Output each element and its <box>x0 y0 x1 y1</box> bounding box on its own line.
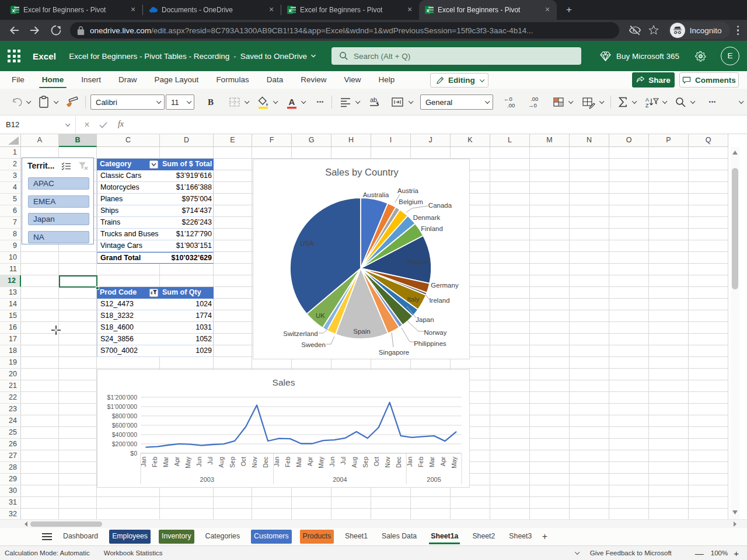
sheet-tab-products[interactable]: Products <box>300 530 334 544</box>
format-as-table-icon[interactable] <box>551 94 566 110</box>
comments-button[interactable]: Comments <box>679 72 739 88</box>
row-header-21[interactable]: 21 <box>0 380 21 392</box>
ribbon-tab-formulas[interactable]: Formulas <box>207 71 257 89</box>
saved-status[interactable]: Saved to OneDrive <box>240 52 316 61</box>
row-header-17[interactable]: 17 <box>0 334 21 345</box>
bookmark-star-icon[interactable] <box>647 24 660 37</box>
pivot-data-row[interactable]: S700_40021029 <box>97 345 214 357</box>
chevron-down-icon[interactable] <box>598 94 605 110</box>
row-header-12[interactable]: 12 <box>0 275 21 287</box>
share-button[interactable]: Share <box>632 72 675 88</box>
sheet-tab-categories[interactable]: Categories <box>203 530 243 544</box>
spreadsheet-grid[interactable]: ABCDEFGHIJKLMNOPQ 1234567891011121314151… <box>0 134 747 519</box>
row-header-4[interactable]: 4 <box>0 182 21 194</box>
column-headers[interactable]: ABCDEFGHIJKLMNOPQ <box>0 134 728 147</box>
column-header-Q[interactable]: Q <box>689 134 728 147</box>
borders-icon[interactable] <box>228 94 242 110</box>
ribbon-tab-file[interactable]: File <box>3 71 33 89</box>
sheet-tab-employees[interactable]: Employees <box>109 530 151 544</box>
enter-check-icon[interactable] <box>97 118 110 131</box>
column-header-B[interactable]: B <box>59 134 97 147</box>
pivot-data-row[interactable]: S18_32321774 <box>97 310 214 322</box>
pivot-data-row[interactable]: Planes$975’004 <box>97 194 214 205</box>
vertical-scrollbar[interactable] <box>731 147 739 519</box>
pivot-data-row[interactable]: Classic Cars$3’919’616 <box>97 170 214 182</box>
app-name[interactable]: Excel <box>33 51 56 61</box>
row-header-19[interactable]: 19 <box>0 357 21 369</box>
search-input[interactable]: Search (Alt + Q) <box>331 47 581 65</box>
row-header-8[interactable]: 8 <box>0 229 21 240</box>
scroll-up-icon[interactable] <box>731 149 739 156</box>
chevron-down-icon[interactable] <box>25 94 32 110</box>
slicer-multiselect-icon[interactable] <box>61 162 71 170</box>
number-format-select[interactable]: General <box>420 94 493 110</box>
row-header-7[interactable]: 7 <box>0 217 21 229</box>
reload-icon[interactable] <box>49 23 63 37</box>
more-commands[interactable]: ••• <box>705 94 720 110</box>
zoom-level[interactable]: 100% <box>711 550 728 556</box>
find-icon[interactable] <box>673 94 687 110</box>
sheet-list-menu-icon[interactable] <box>42 533 52 540</box>
browser-tab[interactable]: Documents - OneDrive× <box>143 0 281 20</box>
territory-slicer[interactable]: Territ... APACEMEAJapanNA <box>22 158 94 244</box>
row-header-20[interactable]: 20 <box>0 369 21 380</box>
active-cell-B12[interactable] <box>59 275 97 288</box>
row-header-31[interactable]: 31 <box>0 497 21 509</box>
zoom-in-button[interactable]: + <box>734 548 739 558</box>
insert-function-icon[interactable]: fx <box>114 118 127 131</box>
row-header-2[interactable]: 2 <box>0 159 21 170</box>
row-header-27[interactable]: 27 <box>0 450 21 462</box>
undo-icon[interactable] <box>11 94 23 110</box>
scroll-right-icon[interactable] <box>732 521 738 527</box>
settings-gear-icon[interactable] <box>694 50 707 62</box>
pivot-data-row[interactable]: Ships$714’437 <box>97 205 214 217</box>
row-header-14[interactable]: 14 <box>0 299 21 310</box>
chevron-down-icon[interactable] <box>354 94 361 110</box>
ribbon-tab-insert[interactable]: Insert <box>72 71 110 89</box>
horizontal-scroll-thumb[interactable] <box>30 522 102 527</box>
pivot-table-category[interactable]: CategorySum of $ TotalClassic Cars$3’919… <box>97 159 214 264</box>
column-header-E[interactable]: E <box>214 134 252 147</box>
column-header-H[interactable]: H <box>331 134 371 147</box>
editing-mode-button[interactable]: Editing <box>430 73 488 88</box>
row-header-5[interactable]: 5 <box>0 194 21 205</box>
column-header-M[interactable]: M <box>530 134 570 147</box>
fill-handle[interactable] <box>96 286 99 290</box>
pivot-data-row[interactable]: S12_44731024 <box>97 299 214 310</box>
column-header-J[interactable]: J <box>411 134 451 147</box>
ribbon-tab-page-layout[interactable]: Page Layout <box>146 71 208 89</box>
browser-tab[interactable]: xExcel for Beginners - Pivot× <box>5 0 142 20</box>
pivot-data-row[interactable]: Trains$226’243 <box>97 217 214 229</box>
row-header-18[interactable]: 18 <box>0 345 21 357</box>
name-box[interactable]: B12 <box>0 116 76 134</box>
row-header-26[interactable]: 26 <box>0 439 21 450</box>
row-header-1[interactable]: 1 <box>0 147 21 159</box>
increase-decimal-icon[interactable]: .00→0 <box>527 94 544 110</box>
document-title[interactable]: Excel for Beginners - Pivot Tables - Rec… <box>69 52 229 61</box>
column-header-G[interactable]: G <box>292 134 331 147</box>
column-header-O[interactable]: O <box>609 134 649 147</box>
column-header-P[interactable]: P <box>649 134 689 147</box>
chevron-down-icon[interactable] <box>243 94 250 110</box>
slicer-item-emea[interactable]: EMEA <box>28 195 89 208</box>
pivot-data-row[interactable]: Trucks and Buses$1’127’790 <box>97 229 214 240</box>
sheet-tab-dashboard[interactable]: Dashboard <box>60 530 101 544</box>
pivot-data-row[interactable]: S24_38561052 <box>97 334 214 345</box>
slicer-item-apac[interactable]: APAC <box>28 177 89 190</box>
row-header-11[interactable]: 11 <box>0 264 21 275</box>
sheet-tab-sheet1a[interactable]: Sheet1a <box>428 530 461 544</box>
ribbon-tab-home[interactable]: Home <box>33 71 73 89</box>
pivot-dropdown-button[interactable] <box>149 160 158 169</box>
sheet-tab-customers[interactable]: Customers <box>251 530 291 544</box>
line-chart-sales[interactable]: Sales$0$200’000$400’000$600’000$800’000$… <box>97 369 470 488</box>
row-header-6[interactable]: 6 <box>0 205 21 217</box>
scroll-left-icon[interactable] <box>23 521 29 527</box>
slicer-clear-filter-icon[interactable] <box>78 162 89 170</box>
column-header-A[interactable]: A <box>21 134 59 147</box>
status-chevron-icon[interactable] <box>575 550 580 554</box>
column-header-C[interactable]: C <box>97 134 160 147</box>
sheet-tab-sales-data[interactable]: Sales Data <box>379 530 420 544</box>
autosum-icon[interactable] <box>616 94 629 110</box>
column-header-D[interactable]: D <box>160 134 214 147</box>
wrap-text-icon[interactable]: ab <box>368 94 383 110</box>
